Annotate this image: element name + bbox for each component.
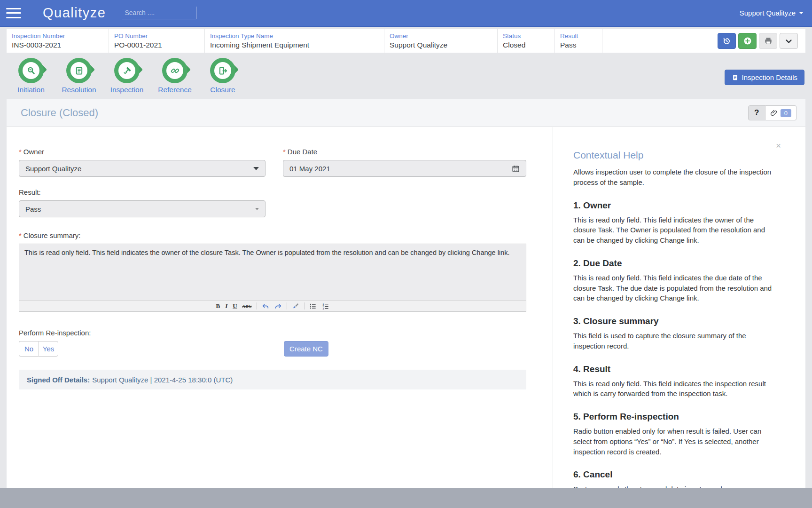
redo-button[interactable] (274, 302, 282, 310)
calendar-icon (512, 165, 520, 173)
field-label: Status (503, 32, 554, 40)
step-pin (114, 58, 140, 83)
add-button[interactable] (738, 33, 757, 49)
result-label: Result: (19, 188, 265, 196)
reinspection-yes-button[interactable]: Yes (39, 341, 58, 357)
record-field-result: Result Pass (554, 29, 602, 53)
signed-off-label: Signed Off Details: (27, 376, 90, 384)
app-logo: Qualityze (43, 5, 106, 21)
bold-button[interactable]: B (215, 302, 220, 310)
owner-select[interactable]: Support Qualityze (19, 160, 265, 177)
workflow-step-inspection[interactable]: Inspection (107, 58, 147, 94)
step-label: Reference (158, 86, 192, 94)
required-asterisk: * (19, 231, 22, 239)
due-date-input[interactable]: 01 May 2021 (283, 160, 526, 177)
step-pin (66, 58, 92, 83)
field-label: Inspection Type Name (210, 32, 384, 40)
attachment-count-badge: 0 (781, 109, 791, 117)
field-value: Incoming Shipment Equipment (210, 41, 384, 49)
inspection-icon (122, 66, 132, 76)
resolution-icon (74, 66, 84, 76)
record-field-status: Status Closed (497, 29, 554, 53)
help-section-heading: 5. Perform Re-inspection (573, 412, 776, 422)
workflow-step-closure[interactable]: Closure (203, 58, 242, 94)
print-icon (764, 37, 773, 45)
undo-button[interactable] (261, 302, 270, 310)
result-select[interactable]: Pass (19, 200, 265, 217)
numbered-list-icon: 123 (322, 302, 329, 310)
help-section-heading: 1. Owner (573, 200, 776, 211)
reinspection-toggle: No Yes (19, 341, 58, 357)
record-summary-bar: Inspection Number INS-0003-2021 PO Numbe… (7, 29, 805, 53)
inspection-details-button[interactable]: Inspection Details (725, 70, 804, 85)
chevron-down-icon (785, 37, 793, 45)
workflow-step-resolution[interactable]: Resolution (59, 58, 99, 94)
required-asterisk: * (19, 148, 22, 156)
bottom-band (0, 488, 812, 508)
closure-panel: Closure (Closed) ? 0 *Owner Support Qual… (7, 99, 805, 488)
underline-button[interactable]: U (232, 302, 237, 310)
create-nc-button[interactable]: Create NC (284, 341, 328, 357)
print-button[interactable] (759, 33, 777, 49)
help-section-closure-summary: 3. Closure summary This field is used to… (573, 316, 776, 351)
workflow-step-initiation[interactable]: Initiation (11, 58, 51, 94)
history-button[interactable] (718, 33, 736, 49)
workflow-step-reference[interactable]: Reference (155, 58, 195, 94)
step-label: Resolution (62, 86, 96, 94)
field-label: Inspection Number (12, 32, 109, 40)
help-section-body: System cancels the steps and data is not… (573, 484, 776, 488)
closure-icon (218, 66, 228, 76)
field-value: Closed (503, 41, 554, 49)
editor-toolbar: B I U ABC (19, 300, 526, 311)
signed-off-value: Support Qualityze | 2021-4-25 18:30:0 (U… (92, 376, 233, 384)
help-section-body: This is read only field. This field indi… (573, 273, 776, 303)
help-title: Contextual Help (573, 150, 776, 161)
help-section-heading: 3. Closure summary (573, 316, 776, 326)
step-label: Closure (210, 86, 235, 94)
closure-form: *Owner Support Qualityze *Due Date 01 Ma… (7, 127, 553, 488)
help-section-perform-reinspection: 5. Perform Re-inspection Radio button en… (573, 412, 776, 457)
dropdown-arrow-icon (255, 208, 259, 210)
help-section-due-date: 2. Due Date This is read only field. Thi… (573, 258, 776, 303)
search-input[interactable] (122, 9, 196, 19)
field-value: INS-0003-2021 (12, 41, 109, 49)
closure-summary-editor: This is read only field. This field indi… (19, 244, 526, 312)
help-section-heading: 2. Due Date (573, 258, 776, 269)
toolbar-separator (257, 302, 257, 310)
help-button[interactable]: ? (748, 105, 765, 120)
due-date-value: 01 May 2021 (289, 165, 512, 173)
hamburger-menu-icon[interactable] (6, 8, 21, 18)
attachments-button[interactable]: 0 (765, 105, 796, 120)
history-icon (722, 37, 731, 46)
italic-button[interactable]: I (225, 302, 228, 310)
closure-summary-text[interactable]: This is read only field. This field indi… (19, 244, 526, 300)
field-value: PO-0001-2021 (114, 41, 204, 49)
step-pin (18, 58, 44, 83)
expand-button[interactable] (780, 33, 798, 49)
step-pin (162, 58, 187, 83)
field-label: Owner (390, 32, 497, 40)
strikethrough-button[interactable]: ABC (242, 304, 252, 309)
contextual-help-panel: × Contextual Help Allows inspection user… (553, 127, 805, 488)
dropdown-arrow-icon (253, 167, 259, 170)
help-section-result: 4. Result This is read only field. This … (573, 364, 776, 399)
search-box (122, 7, 196, 19)
numbered-list-button[interactable]: 123 (321, 302, 330, 310)
cleanup-button[interactable] (291, 302, 300, 310)
bullet-list-button[interactable] (309, 302, 317, 310)
signed-off-details: Signed Off Details: Support Qualityze | … (19, 370, 526, 389)
reinspection-no-button[interactable]: No (19, 341, 39, 357)
step-label: Inspection (110, 86, 144, 94)
panel-header-buttons: ? 0 (748, 105, 796, 120)
svg-text:3: 3 (322, 307, 324, 310)
close-icon[interactable]: × (776, 141, 781, 150)
step-label: Initiation (17, 86, 45, 94)
user-menu[interactable]: Support Qualityze (740, 9, 804, 17)
help-section-owner: 1. Owner This is read only field. This f… (573, 200, 776, 246)
page: Qualityze Support Qualityze Inspection N… (0, 0, 812, 508)
record-field-inspection-number: Inspection Number INS-0003-2021 (7, 29, 109, 53)
owner-value: Support Qualityze (25, 165, 253, 173)
help-section-body: This is read only field. This field indi… (573, 379, 776, 399)
reference-icon (170, 66, 180, 76)
add-icon (743, 36, 752, 46)
